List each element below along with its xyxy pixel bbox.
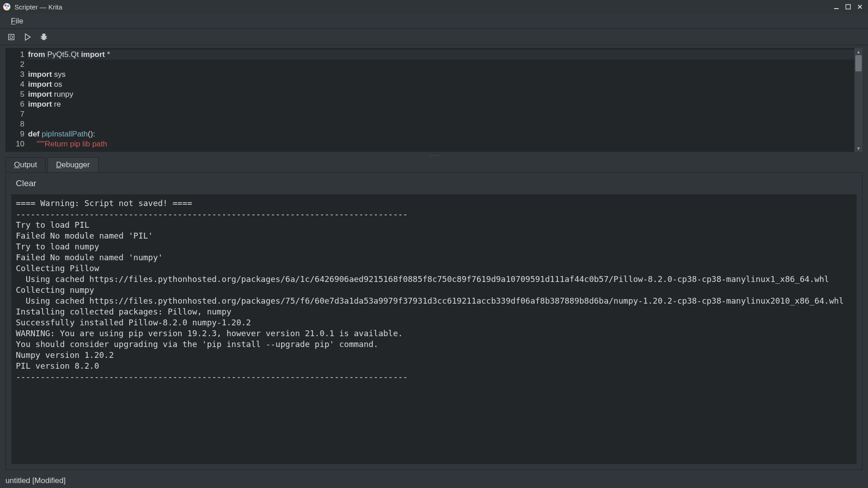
svg-point-0 [3, 3, 10, 10]
statusbar: untitled [Modified] [0, 474, 868, 488]
line-number: 6 [5, 99, 24, 109]
code-line[interactable]: import sys [28, 70, 854, 80]
svg-point-2 [7, 5, 9, 7]
menubar: File [0, 14, 868, 29]
svg-rect-5 [846, 5, 850, 9]
splitter-handle[interactable]: ⋯⋯ [0, 154, 868, 157]
code-line[interactable]: import re [28, 99, 854, 109]
code-line[interactable] [28, 60, 854, 70]
tab-output[interactable]: Output [5, 157, 46, 172]
line-number: 10 [5, 139, 24, 149]
code-content[interactable]: from PyQt5.Qt import *import sysimport o… [28, 48, 854, 152]
krita-app-icon [3, 3, 11, 11]
status-filename: untitled [Modified] [5, 476, 66, 485]
code-editor[interactable]: 12345678910 from PyQt5.Qt import *import… [5, 48, 863, 152]
code-line[interactable]: def pipInstallPath(): [28, 129, 854, 139]
code-line[interactable]: import os [28, 80, 854, 89]
reload-icon[interactable] [6, 32, 16, 42]
line-number-gutter: 12345678910 [5, 48, 28, 152]
window-title: Scripter — Krita [14, 3, 827, 11]
close-button[interactable] [854, 2, 865, 12]
output-text[interactable]: ==== Warning: Script not saved! ==== ---… [11, 194, 857, 464]
clear-button[interactable]: Clear [16, 178, 36, 188]
tab-debugger[interactable]: Debugger [47, 157, 99, 172]
scroll-up-arrow[interactable]: ▲ [854, 48, 863, 55]
scroll-down-arrow[interactable]: ▼ [854, 145, 863, 152]
svg-point-3 [6, 7, 8, 9]
line-number: 8 [5, 119, 24, 129]
code-line[interactable] [28, 109, 854, 119]
output-panel: Clear ==== Warning: Script not saved! ==… [5, 172, 863, 470]
line-number: 3 [5, 70, 24, 80]
code-scrollbar[interactable]: ▲ ▼ [854, 48, 863, 152]
line-number: 2 [5, 60, 24, 70]
debug-icon[interactable] [39, 32, 49, 42]
line-number: 7 [5, 109, 24, 119]
line-number: 1 [5, 50, 24, 60]
code-line[interactable]: import runpy [28, 89, 854, 99]
menu-file[interactable]: File [5, 15, 28, 28]
line-number: 5 [5, 89, 24, 99]
output-tabs: Output Debugger [0, 157, 868, 172]
output-toolbar: Clear [6, 173, 862, 194]
code-line[interactable]: """Return pip lib path [28, 139, 854, 149]
run-icon[interactable] [23, 32, 33, 42]
minimize-button[interactable] [831, 2, 842, 12]
code-line[interactable] [28, 119, 854, 129]
titlebar: Scripter — Krita [0, 0, 868, 14]
code-line[interactable]: from PyQt5.Qt import * [28, 50, 854, 60]
svg-rect-4 [834, 8, 839, 9]
svg-point-1 [5, 5, 7, 7]
line-number: 4 [5, 80, 24, 89]
toolbar [0, 29, 868, 45]
line-number: 9 [5, 129, 24, 139]
scroll-thumb[interactable] [855, 55, 862, 71]
maximize-button[interactable] [843, 2, 854, 12]
window-controls [831, 2, 865, 12]
